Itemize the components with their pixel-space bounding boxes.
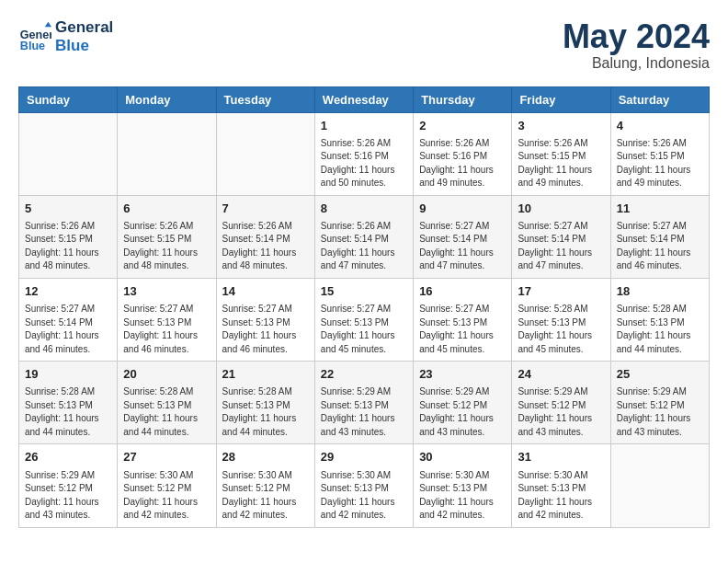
- day-info: Sunrise: 5:27 AM Sunset: 5:14 PM Dayligh…: [518, 220, 604, 273]
- day-number: 4: [617, 118, 703, 134]
- col-thursday: Thursday: [414, 86, 512, 112]
- table-row: 8Sunrise: 5:26 AM Sunset: 5:14 PM Daylig…: [314, 195, 413, 278]
- table-row: 19Sunrise: 5:28 AM Sunset: 5:13 PM Dayli…: [19, 362, 118, 444]
- table-row: 28Sunrise: 5:30 AM Sunset: 5:12 PM Dayli…: [216, 444, 314, 527]
- table-row: 11Sunrise: 5:27 AM Sunset: 5:14 PM Dayli…: [610, 195, 709, 278]
- day-info: Sunrise: 5:27 AM Sunset: 5:13 PM Dayligh…: [123, 303, 210, 356]
- col-friday: Friday: [512, 86, 610, 112]
- logo-icon: General Blue: [18, 20, 51, 53]
- day-number: 17: [518, 283, 604, 300]
- calendar: Sunday Monday Tuesday Wednesday Thursday…: [18, 86, 710, 528]
- day-number: 30: [419, 449, 506, 465]
- table-row: 9Sunrise: 5:27 AM Sunset: 5:14 PM Daylig…: [414, 195, 512, 278]
- day-info: Sunrise: 5:27 AM Sunset: 5:13 PM Dayligh…: [222, 303, 309, 356]
- day-info: Sunrise: 5:26 AM Sunset: 5:15 PM Dayligh…: [518, 137, 604, 190]
- table-row: 3Sunrise: 5:26 AM Sunset: 5:15 PM Daylig…: [512, 112, 610, 195]
- day-number: 12: [25, 283, 111, 300]
- day-info: Sunrise: 5:28 AM Sunset: 5:13 PM Dayligh…: [222, 385, 309, 439]
- calendar-week-row: 26Sunrise: 5:29 AM Sunset: 5:12 PM Dayli…: [19, 444, 710, 527]
- day-info: Sunrise: 5:26 AM Sunset: 5:14 PM Dayligh…: [222, 220, 309, 273]
- day-number: 20: [123, 366, 210, 383]
- day-info: Sunrise: 5:29 AM Sunset: 5:12 PM Dayligh…: [419, 385, 506, 439]
- header: General Blue General Blue May 2024 Balun…: [18, 18, 710, 72]
- table-row: 20Sunrise: 5:28 AM Sunset: 5:13 PM Dayli…: [118, 362, 216, 444]
- day-info: Sunrise: 5:30 AM Sunset: 5:12 PM Dayligh…: [222, 469, 309, 523]
- day-info: Sunrise: 5:29 AM Sunset: 5:12 PM Dayligh…: [25, 469, 111, 523]
- title-area: May 2024 Balung, Indonesia: [563, 18, 710, 72]
- table-row: [610, 444, 709, 527]
- day-number: 7: [222, 201, 309, 217]
- day-number: 28: [222, 449, 309, 465]
- col-monday: Monday: [118, 86, 216, 112]
- month-year: May 2024: [563, 18, 710, 55]
- day-info: Sunrise: 5:26 AM Sunset: 5:15 PM Dayligh…: [25, 220, 111, 273]
- day-info: Sunrise: 5:28 AM Sunset: 5:13 PM Dayligh…: [123, 385, 210, 439]
- calendar-week-row: 1Sunrise: 5:26 AM Sunset: 5:16 PM Daylig…: [19, 112, 710, 195]
- logo-text-general: General: [55, 18, 113, 37]
- table-row: [118, 112, 216, 195]
- day-info: Sunrise: 5:27 AM Sunset: 5:14 PM Dayligh…: [25, 303, 111, 356]
- logo: General Blue General Blue: [18, 18, 113, 55]
- day-number: 1: [321, 118, 407, 134]
- day-number: 14: [222, 283, 309, 300]
- table-row: 21Sunrise: 5:28 AM Sunset: 5:13 PM Dayli…: [216, 362, 314, 444]
- day-number: 31: [518, 449, 604, 465]
- table-row: 13Sunrise: 5:27 AM Sunset: 5:13 PM Dayli…: [118, 278, 216, 361]
- calendar-week-row: 19Sunrise: 5:28 AM Sunset: 5:13 PM Dayli…: [19, 362, 710, 444]
- day-info: Sunrise: 5:26 AM Sunset: 5:15 PM Dayligh…: [617, 137, 703, 190]
- location: Balung, Indonesia: [563, 55, 710, 72]
- col-wednesday: Wednesday: [314, 86, 413, 112]
- table-row: 31Sunrise: 5:30 AM Sunset: 5:13 PM Dayli…: [512, 444, 610, 527]
- day-number: 15: [321, 283, 407, 300]
- day-number: 23: [419, 366, 506, 383]
- calendar-week-row: 5Sunrise: 5:26 AM Sunset: 5:15 PM Daylig…: [19, 195, 710, 278]
- day-info: Sunrise: 5:27 AM Sunset: 5:14 PM Dayligh…: [617, 220, 703, 273]
- day-info: Sunrise: 5:26 AM Sunset: 5:16 PM Dayligh…: [419, 137, 506, 190]
- day-number: 29: [321, 449, 407, 465]
- table-row: 10Sunrise: 5:27 AM Sunset: 5:14 PM Dayli…: [512, 195, 610, 278]
- day-info: Sunrise: 5:29 AM Sunset: 5:13 PM Dayligh…: [321, 385, 407, 439]
- table-row: 17Sunrise: 5:28 AM Sunset: 5:13 PM Dayli…: [512, 278, 610, 361]
- table-row: 26Sunrise: 5:29 AM Sunset: 5:12 PM Dayli…: [19, 444, 118, 527]
- day-info: Sunrise: 5:27 AM Sunset: 5:14 PM Dayligh…: [419, 220, 506, 273]
- table-row: 7Sunrise: 5:26 AM Sunset: 5:14 PM Daylig…: [216, 195, 314, 278]
- table-row: [19, 112, 118, 195]
- day-number: 18: [617, 283, 703, 300]
- table-row: 30Sunrise: 5:30 AM Sunset: 5:13 PM Dayli…: [414, 444, 512, 527]
- table-row: 2Sunrise: 5:26 AM Sunset: 5:16 PM Daylig…: [414, 112, 512, 195]
- calendar-header-row: Sunday Monday Tuesday Wednesday Thursday…: [19, 86, 710, 112]
- day-info: Sunrise: 5:30 AM Sunset: 5:13 PM Dayligh…: [419, 469, 506, 523]
- day-info: Sunrise: 5:30 AM Sunset: 5:13 PM Dayligh…: [321, 469, 407, 523]
- day-number: 5: [25, 201, 111, 217]
- logo-text-blue: Blue: [55, 37, 113, 55]
- day-number: 24: [518, 366, 604, 383]
- table-row: 29Sunrise: 5:30 AM Sunset: 5:13 PM Dayli…: [314, 444, 413, 527]
- table-row: 24Sunrise: 5:29 AM Sunset: 5:12 PM Dayli…: [512, 362, 610, 444]
- day-number: 6: [123, 201, 210, 217]
- day-number: 25: [617, 366, 703, 383]
- day-number: 10: [518, 201, 604, 217]
- table-row: 6Sunrise: 5:26 AM Sunset: 5:15 PM Daylig…: [118, 195, 216, 278]
- table-row: 25Sunrise: 5:29 AM Sunset: 5:12 PM Dayli…: [610, 362, 709, 444]
- day-info: Sunrise: 5:28 AM Sunset: 5:13 PM Dayligh…: [617, 303, 703, 356]
- day-info: Sunrise: 5:27 AM Sunset: 5:13 PM Dayligh…: [321, 303, 407, 356]
- day-number: 22: [321, 366, 407, 383]
- table-row: 16Sunrise: 5:27 AM Sunset: 5:13 PM Dayli…: [414, 278, 512, 361]
- col-sunday: Sunday: [19, 86, 118, 112]
- table-row: 5Sunrise: 5:26 AM Sunset: 5:15 PM Daylig…: [19, 195, 118, 278]
- table-row: 4Sunrise: 5:26 AM Sunset: 5:15 PM Daylig…: [610, 112, 709, 195]
- calendar-week-row: 12Sunrise: 5:27 AM Sunset: 5:14 PM Dayli…: [19, 278, 710, 361]
- day-number: 11: [617, 201, 703, 217]
- table-row: 15Sunrise: 5:27 AM Sunset: 5:13 PM Dayli…: [314, 278, 413, 361]
- day-number: 26: [25, 449, 111, 465]
- table-row: 1Sunrise: 5:26 AM Sunset: 5:16 PM Daylig…: [314, 112, 413, 195]
- day-info: Sunrise: 5:28 AM Sunset: 5:13 PM Dayligh…: [518, 303, 604, 356]
- table-row: 27Sunrise: 5:30 AM Sunset: 5:12 PM Dayli…: [118, 444, 216, 527]
- table-row: 23Sunrise: 5:29 AM Sunset: 5:12 PM Dayli…: [414, 362, 512, 444]
- day-number: 9: [419, 201, 506, 217]
- day-number: 3: [518, 118, 604, 134]
- table-row: 22Sunrise: 5:29 AM Sunset: 5:13 PM Dayli…: [314, 362, 413, 444]
- day-info: Sunrise: 5:26 AM Sunset: 5:14 PM Dayligh…: [321, 220, 407, 273]
- day-number: 21: [222, 366, 309, 383]
- day-number: 19: [25, 366, 111, 383]
